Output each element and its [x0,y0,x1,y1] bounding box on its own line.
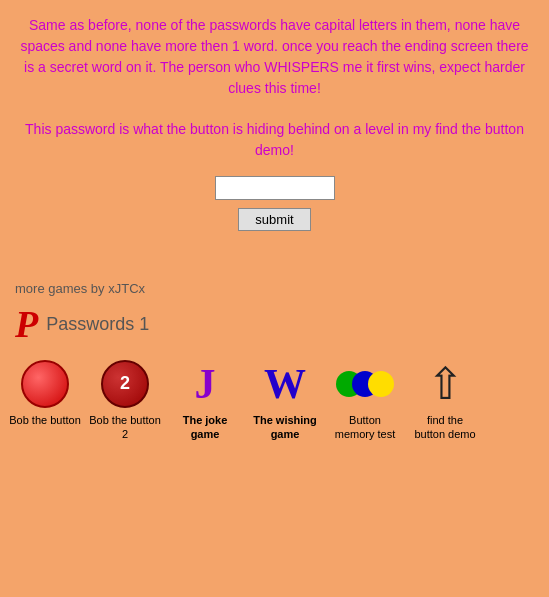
button-memory-test-icon-area [335,356,395,411]
passwords-p-icon: P [15,302,38,346]
memory-circles-icon [336,363,394,405]
bob-the-button-2-label: Bob the button 2 [85,413,165,442]
more-games-label: more games by xJTCx [0,271,549,302]
game-item-find-the-button-demo[interactable]: ⇧ find thebutton demo [405,356,485,442]
passwords-row[interactable]: P Passwords 1 [0,302,549,346]
button-memory-test-label: Buttonmemory test [335,413,396,442]
submit-button[interactable]: submit [238,208,310,231]
game-item-bob-the-button-2[interactable]: 2 Bob the button 2 [85,356,165,442]
bob-the-button-icon-area [15,356,75,411]
password-input[interactable] [215,176,335,200]
games-row: Bob the button 2 Bob the button 2 J The … [0,351,549,447]
password-hint-text: This password is what the button is hidi… [20,119,529,161]
find-the-button-demo-label: find thebutton demo [414,413,475,442]
game-item-bob-the-button[interactable]: Bob the button [5,356,85,427]
red-circle-icon [21,360,69,408]
main-content: Same as before, none of the passwords ha… [0,0,549,241]
passwords-label: Passwords 1 [46,314,149,335]
wishing-game-label: The wishinggame [253,413,317,442]
spacer [0,241,549,271]
find-the-button-demo-icon-area: ⇧ [415,356,475,411]
yellow-circle [368,371,394,397]
j-letter-icon: J [195,363,216,405]
game-item-button-memory-test[interactable]: Buttonmemory test [325,356,405,442]
up-arrow-icon: ⇧ [427,362,464,406]
bob-the-button-2-icon-area: 2 [95,356,155,411]
bob-the-button-label: Bob the button [9,413,81,427]
game-item-joke-game[interactable]: J The jokegame [165,356,245,442]
w-letter-icon: W [264,363,306,405]
joke-game-icon-area: J [175,356,235,411]
wishing-game-icon-area: W [255,356,315,411]
instructions-text: Same as before, none of the passwords ha… [20,15,529,99]
game-item-wishing-game[interactable]: W The wishinggame [245,356,325,442]
red-circle-2-icon: 2 [101,360,149,408]
joke-game-label: The jokegame [183,413,228,442]
